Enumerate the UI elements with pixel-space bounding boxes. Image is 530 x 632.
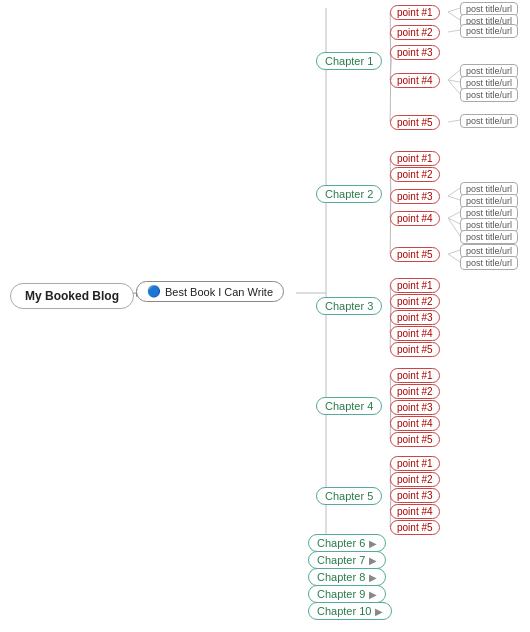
post-label: post title/url xyxy=(466,208,512,218)
point-node-ch4-pt5[interactable]: point #5 xyxy=(390,432,440,447)
point-label: point #1 xyxy=(397,280,433,291)
simple-chapter-node-9[interactable]: Chapter 9▶ xyxy=(308,585,386,603)
chapter-label: Chapter 5 xyxy=(325,490,373,502)
post-node-ch1-pt2-post1[interactable]: post title/url xyxy=(460,24,518,38)
point-label: point #3 xyxy=(397,490,433,501)
simple-chapter-label: Chapter 7 xyxy=(317,554,365,566)
expand-arrow-icon: ▶ xyxy=(375,606,383,617)
point-node-ch4-pt1[interactable]: point #1 xyxy=(390,368,440,383)
point-node-ch4-pt4[interactable]: point #4 xyxy=(390,416,440,431)
point-node-ch5-pt5[interactable]: point #5 xyxy=(390,520,440,535)
post-node-ch2-pt5-post2[interactable]: post title/url xyxy=(460,256,518,270)
chapter-label: Chapter 1 xyxy=(325,55,373,67)
post-label: post title/url xyxy=(466,184,512,194)
point-node-ch5-pt1[interactable]: point #1 xyxy=(390,456,440,471)
point-node-ch1-pt1[interactable]: point #1 xyxy=(390,5,440,20)
point-label: point #1 xyxy=(397,458,433,469)
point-node-ch2-pt2[interactable]: point #2 xyxy=(390,167,440,182)
simple-chapter-node-7[interactable]: Chapter 7▶ xyxy=(308,551,386,569)
chapter-node-1[interactable]: Chapter 1 xyxy=(316,52,382,70)
post-label: post title/url xyxy=(466,4,512,14)
point-label: point #2 xyxy=(397,386,433,397)
simple-chapter-label: Chapter 8 xyxy=(317,571,365,583)
point-label: point #1 xyxy=(397,7,433,18)
expand-arrow-icon: ▶ xyxy=(369,572,377,583)
point-label: point #2 xyxy=(397,27,433,38)
svg-line-7 xyxy=(448,30,460,32)
svg-line-8 xyxy=(448,70,460,80)
point-label: point #4 xyxy=(397,213,433,224)
point-label: point #3 xyxy=(397,402,433,413)
post-node-ch2-pt4-post3[interactable]: post title/url xyxy=(460,230,518,244)
svg-line-9 xyxy=(448,80,460,82)
book-icon: 🔵 xyxy=(147,285,161,298)
point-node-ch3-pt5[interactable]: point #5 xyxy=(390,342,440,357)
point-node-ch5-pt4[interactable]: point #4 xyxy=(390,504,440,519)
point-node-ch1-pt5[interactable]: point #5 xyxy=(390,115,440,130)
svg-line-15 xyxy=(448,212,460,218)
point-label: point #5 xyxy=(397,117,433,128)
expand-arrow-icon: ▶ xyxy=(369,555,377,566)
chapter-node-2[interactable]: Chapter 2 xyxy=(316,185,382,203)
post-label: post title/url xyxy=(466,78,512,88)
point-node-ch3-pt3[interactable]: point #3 xyxy=(390,310,440,325)
post-label: post title/url xyxy=(466,196,512,206)
point-node-ch2-pt3[interactable]: point #3 xyxy=(390,189,440,204)
point-node-ch5-pt2[interactable]: point #2 xyxy=(390,472,440,487)
point-node-ch3-pt4[interactable]: point #4 xyxy=(390,326,440,341)
simple-chapter-label: Chapter 6 xyxy=(317,537,365,549)
book-node[interactable]: 🔵 Best Book I Can Write xyxy=(136,281,284,302)
post-label: post title/url xyxy=(466,26,512,36)
point-label: point #1 xyxy=(397,370,433,381)
svg-line-19 xyxy=(448,254,460,262)
chapter-label: Chapter 3 xyxy=(325,300,373,312)
svg-line-5 xyxy=(448,8,460,12)
chapter-label: Chapter 2 xyxy=(325,188,373,200)
point-label: point #5 xyxy=(397,522,433,533)
post-label: post title/url xyxy=(466,258,512,268)
point-label: point #3 xyxy=(397,191,433,202)
point-node-ch3-pt2[interactable]: point #2 xyxy=(390,294,440,309)
svg-line-6 xyxy=(448,12,460,20)
point-label: point #3 xyxy=(397,312,433,323)
point-label: point #5 xyxy=(397,344,433,355)
root-label: My Booked Blog xyxy=(25,289,119,303)
post-node-ch1-pt4-post3[interactable]: post title/url xyxy=(460,88,518,102)
point-label: point #5 xyxy=(397,249,433,260)
point-node-ch4-pt2[interactable]: point #2 xyxy=(390,384,440,399)
point-label: point #4 xyxy=(397,75,433,86)
point-node-ch5-pt3[interactable]: point #3 xyxy=(390,488,440,503)
point-node-ch2-pt1[interactable]: point #1 xyxy=(390,151,440,166)
point-label: point #2 xyxy=(397,296,433,307)
point-label: point #4 xyxy=(397,328,433,339)
expand-arrow-icon: ▶ xyxy=(369,589,377,600)
post-node-ch1-pt5-post1[interactable]: post title/url xyxy=(460,114,518,128)
svg-line-11 xyxy=(448,120,460,122)
simple-chapter-node-6[interactable]: Chapter 6▶ xyxy=(308,534,386,552)
root-node: My Booked Blog xyxy=(10,283,134,309)
chapter-node-3[interactable]: Chapter 3 xyxy=(316,297,382,315)
chapter-label: Chapter 4 xyxy=(325,400,373,412)
point-node-ch2-pt5[interactable]: point #5 xyxy=(390,247,440,262)
point-node-ch1-pt2[interactable]: point #2 xyxy=(390,25,440,40)
svg-line-14 xyxy=(448,196,460,200)
point-node-ch3-pt1[interactable]: point #1 xyxy=(390,278,440,293)
expand-arrow-icon: ▶ xyxy=(369,538,377,549)
chapter-node-4[interactable]: Chapter 4 xyxy=(316,397,382,415)
point-node-ch4-pt3[interactable]: point #3 xyxy=(390,400,440,415)
post-label: post title/url xyxy=(466,232,512,242)
book-label: Best Book I Can Write xyxy=(165,286,273,298)
point-node-ch1-pt3[interactable]: point #3 xyxy=(390,45,440,60)
svg-line-10 xyxy=(448,80,460,94)
point-label: point #3 xyxy=(397,47,433,58)
post-label: post title/url xyxy=(466,220,512,230)
simple-chapter-node-8[interactable]: Chapter 8▶ xyxy=(308,568,386,586)
simple-chapter-node-10[interactable]: Chapter 10▶ xyxy=(308,602,392,620)
chapter-node-5[interactable]: Chapter 5 xyxy=(316,487,382,505)
point-node-ch2-pt4[interactable]: point #4 xyxy=(390,211,440,226)
post-label: post title/url xyxy=(466,66,512,76)
point-label: point #4 xyxy=(397,506,433,517)
point-node-ch1-pt4[interactable]: point #4 xyxy=(390,73,440,88)
point-label: point #2 xyxy=(397,474,433,485)
simple-chapter-label: Chapter 10 xyxy=(317,605,371,617)
